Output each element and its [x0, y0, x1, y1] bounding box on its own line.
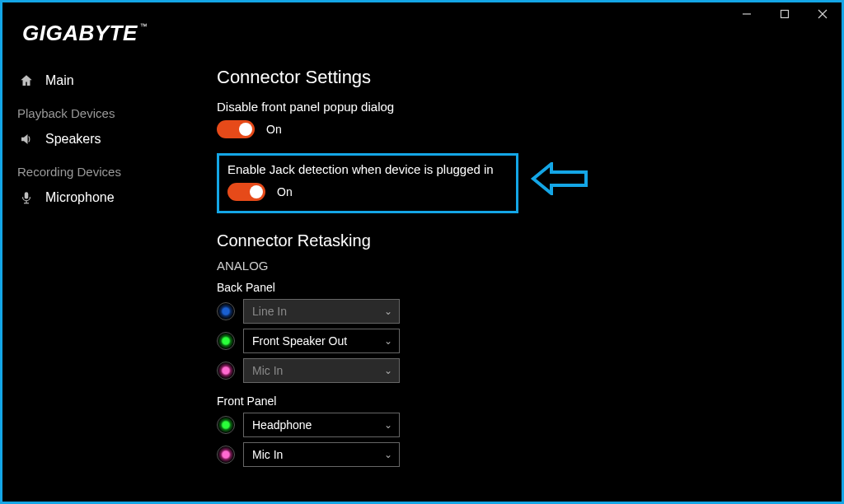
sidebar-item-speakers[interactable]: Speakers [11, 125, 192, 153]
dropdown-value: Mic In [252, 364, 283, 377]
jack-dot-pink [217, 362, 235, 380]
dropdown-value: Headphone [252, 418, 312, 432]
window-controls [728, 2, 842, 29]
dropdown-back-mic-in: Mic In ⌄ [243, 358, 400, 383]
close-icon [818, 9, 828, 19]
sidebar-speakers-label: Speakers [45, 132, 101, 147]
dropdown-front-mic-in[interactable]: Mic In ⌄ [243, 442, 400, 467]
disable-popup-state: On [266, 123, 282, 136]
dropdown-value: Mic In [252, 448, 283, 461]
analog-label: ANALOG [217, 259, 825, 273]
front-panel-label: Front Panel [217, 394, 825, 408]
sidebar-item-microphone[interactable]: Microphone [11, 184, 192, 212]
maximize-button[interactable] [766, 2, 804, 26]
speaker-icon [17, 132, 35, 147]
minimize-button[interactable] [728, 2, 766, 26]
toggle-knob [250, 185, 263, 198]
jack-dot-blue [217, 302, 235, 320]
highlighted-setting: Enable Jack detection when device is plu… [217, 153, 518, 213]
jack-row-back-0: Line In ⌄ [217, 299, 825, 324]
connector-retasking-title: Connector Retasking [217, 231, 825, 250]
jack-row-back-1: Front Speaker Out ⌄ [217, 329, 825, 353]
svg-rect-1 [781, 11, 789, 18]
disable-popup-toggle[interactable] [217, 120, 255, 138]
jack-dot-green [217, 416, 235, 434]
dropdown-back-line-in: Line In ⌄ [243, 299, 400, 324]
chevron-down-icon: ⌄ [384, 365, 392, 376]
jack-row-front-0: Headphone ⌄ [217, 413, 825, 437]
jack-row-back-2: Mic In ⌄ [217, 358, 825, 383]
sidebar: Main Playback Devices Speakers Recording… [11, 67, 192, 212]
maximize-icon [780, 9, 790, 19]
chevron-down-icon: ⌄ [384, 449, 392, 460]
dropdown-front-headphone[interactable]: Headphone ⌄ [243, 413, 400, 437]
chevron-down-icon: ⌄ [384, 335, 392, 347]
sidebar-section-recording: Recording Devices [11, 153, 192, 184]
svg-rect-4 [25, 192, 29, 198]
minimize-icon [742, 9, 752, 19]
sidebar-microphone-label: Microphone [45, 190, 115, 205]
home-icon [17, 73, 35, 88]
setting-disable-popup: Disable front panel popup dialog On [217, 100, 825, 138]
app-window: GIGABYTE ™ Main Playback Devices Speaker… [0, 0, 844, 504]
jack-detect-toggle-row: On [227, 183, 508, 201]
dropdown-back-front-speaker[interactable]: Front Speaker Out ⌄ [243, 329, 400, 353]
brand-tm: ™ [140, 22, 148, 30]
brand-logo: GIGABYTE ™ [22, 21, 148, 46]
front-panel-list: Headphone ⌄ Mic In ⌄ [217, 413, 825, 467]
disable-popup-toggle-row: On [217, 120, 825, 138]
annotation-arrow [530, 162, 588, 195]
jack-row-front-1: Mic In ⌄ [217, 442, 825, 467]
chevron-down-icon: ⌄ [384, 306, 392, 317]
back-panel-label: Back Panel [217, 281, 825, 294]
main-content: Connector Settings Disable front panel p… [217, 67, 825, 472]
brand-text: GIGABYTE [22, 21, 138, 46]
microphone-icon [17, 190, 35, 205]
close-button[interactable] [804, 2, 842, 26]
dropdown-value: Line In [252, 305, 287, 318]
back-panel-list: Line In ⌄ Front Speaker Out ⌄ Mic In ⌄ [217, 299, 825, 383]
sidebar-item-main[interactable]: Main [11, 67, 192, 95]
jack-detect-toggle[interactable] [227, 183, 265, 201]
sidebar-main-label: Main [45, 73, 74, 88]
jack-detect-state: On [277, 185, 293, 198]
jack-dot-pink [217, 446, 235, 464]
connector-settings-title: Connector Settings [217, 67, 825, 88]
toggle-knob [239, 123, 252, 136]
chevron-down-icon: ⌄ [384, 419, 392, 431]
disable-popup-label: Disable front panel popup dialog [217, 100, 825, 114]
jack-dot-green [217, 332, 235, 350]
dropdown-value: Front Speaker Out [252, 334, 347, 348]
sidebar-section-playback: Playback Devices [11, 95, 192, 125]
jack-detect-label: Enable Jack detection when device is plu… [227, 162, 508, 176]
